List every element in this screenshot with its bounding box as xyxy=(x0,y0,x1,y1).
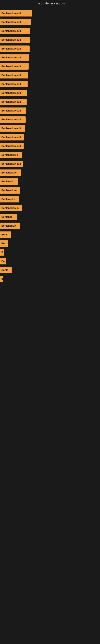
bar-label: Bottleneck result xyxy=(1,38,21,41)
bar-row: Bottleneck result xyxy=(0,53,100,62)
bottleneck-bar[interactable]: Bottleneck result xyxy=(0,10,32,16)
bar-label: Bottleneck result xyxy=(1,92,21,94)
bottleneck-bar[interactable]: Bottleneck xyxy=(0,178,18,185)
bar-label: Bottleneck result xyxy=(1,83,21,86)
bottleneck-bar[interactable]: Bottleneck result xyxy=(0,160,23,167)
bottleneck-bar[interactable]: Bottleneck result xyxy=(0,54,29,61)
bar-row: Bottleneck re xyxy=(0,186,100,195)
bar-label: Bottleneck result xyxy=(1,12,21,15)
bar-label: Bottleneck result xyxy=(1,74,21,77)
bottleneck-bar[interactable]: Bottleneck result xyxy=(0,143,24,149)
bar-label: Bottleneck result xyxy=(1,30,21,32)
bar-row: Bottleneck result xyxy=(0,98,100,106)
bar-label: Bottleneck result xyxy=(1,109,21,112)
bar-row xyxy=(0,301,100,310)
bottleneck-bar[interactable]: Bottleneck r xyxy=(0,196,19,202)
bottleneck-bar[interactable]: Bottleneck res xyxy=(0,152,22,158)
bottleneck-bar[interactable]: Bottl xyxy=(0,232,11,238)
bar-label: Bottleneck result xyxy=(1,65,21,68)
bar-label: Bottleneck re xyxy=(1,189,17,192)
bar-row: Bottleneck re xyxy=(0,222,100,230)
bar-label: Bottleneck result xyxy=(1,21,21,24)
bar-row: B xyxy=(0,248,100,257)
bar-row: Bottleneck result xyxy=(0,88,100,98)
bottleneck-bar[interactable]: Bottleneck result xyxy=(0,116,26,123)
bar-row: Bottleneck result xyxy=(0,115,100,124)
bar-row: Bottleneck result xyxy=(0,80,100,88)
bar-row xyxy=(0,292,100,301)
bottleneck-bar[interactable]: B xyxy=(0,249,4,256)
site-title: TheBottlenecker.com xyxy=(0,0,100,7)
bar-row: Bottle xyxy=(0,266,100,274)
bar-row: Bottleneck result xyxy=(0,44,100,53)
bar-row: Bottleneck result xyxy=(0,133,100,142)
bar-row: Bottleneck res xyxy=(0,150,100,160)
bar-row: Bottleneck re xyxy=(0,168,100,177)
bar-row: Bot xyxy=(0,239,100,248)
bar-row: Bottleneck result xyxy=(0,160,100,168)
bar-row: Bottl xyxy=(0,230,100,239)
bottleneck-bar[interactable]: Bottleneck result xyxy=(0,125,25,132)
bar-label: Bottleneck re xyxy=(1,224,17,227)
bar-label: Bot xyxy=(1,242,5,245)
bar-row: Bo xyxy=(0,257,100,266)
bottleneck-bar[interactable]: Bottleneck re xyxy=(0,222,20,229)
bar-row: Bottleneck resu xyxy=(0,204,100,212)
bottleneck-bar[interactable]: Bo xyxy=(0,258,6,264)
bar-label: Bottleneck result xyxy=(1,145,21,148)
bar-row: Bottleneck result xyxy=(0,142,100,150)
bottleneck-bar[interactable]: Bottleneck result xyxy=(0,90,27,96)
bar-label: Bottleneck result xyxy=(1,162,21,165)
bar-row: n xyxy=(0,274,100,283)
bottleneck-bar[interactable]: Bottleneck result xyxy=(0,98,27,105)
bar-label: B xyxy=(1,251,3,254)
bar-row xyxy=(0,319,100,328)
bar-label: Bottleneck result xyxy=(1,127,21,130)
bottleneck-bar[interactable]: Bottleneck resu xyxy=(0,205,22,211)
bar-label: Bottleneck re xyxy=(1,171,17,174)
bar-row: Bottleneck result xyxy=(0,106,100,115)
bottleneck-bar[interactable]: Bottleneck re xyxy=(0,170,21,176)
bar-row: Bottleneck result xyxy=(0,124,100,133)
bottleneck-bar[interactable]: Bot xyxy=(0,240,8,247)
bottleneck-bar[interactable]: Bottle xyxy=(0,267,12,273)
bottleneck-bar[interactable]: Bottlenec xyxy=(0,214,17,220)
bottleneck-bar[interactable]: Bottleneck result xyxy=(0,63,29,70)
bottleneck-bar[interactable]: Bottleneck result xyxy=(0,134,24,140)
bar-row: Bottleneck result xyxy=(0,9,100,18)
bar-label: Bottleneck result xyxy=(1,118,21,121)
bottleneck-bar[interactable]: Bottleneck result xyxy=(0,46,30,52)
bottleneck-bar[interactable]: Bottleneck result xyxy=(0,108,26,114)
bar-label: Bottleneck result xyxy=(1,47,21,50)
bottleneck-bar[interactable]: n xyxy=(0,276,3,282)
bar-label: Bottleneck result xyxy=(1,56,21,59)
bar-label: Bottleneck res xyxy=(1,154,18,156)
bar-label: Bottleneck result xyxy=(1,136,21,139)
bottleneck-bar[interactable]: Bottleneck result xyxy=(0,72,28,78)
bar-label: n xyxy=(1,278,3,280)
bottleneck-bar[interactable]: Bottleneck result xyxy=(0,37,30,43)
bar-row: Bottleneck result xyxy=(0,18,100,26)
bar-row xyxy=(0,283,100,292)
bar-row: Bottleneck result xyxy=(0,62,100,71)
bar-label: Bottleneck result xyxy=(1,100,21,103)
bar-label: Bottleneck resu xyxy=(1,207,19,210)
bar-row: Bottleneck result xyxy=(0,26,100,36)
bar-label: Bottlenec xyxy=(1,216,12,218)
bar-label: Bottle xyxy=(1,269,8,272)
bottleneck-bar[interactable]: Bottleneck re xyxy=(0,187,20,194)
bars-container: Bottleneck resultBottleneck resultBottle… xyxy=(0,7,100,330)
bar-label: Bottl xyxy=(1,233,7,236)
bar-row: Bottleneck xyxy=(0,177,100,186)
bottleneck-bar[interactable]: Bottleneck result xyxy=(0,28,30,34)
bottleneck-bar[interactable]: Bottleneck result xyxy=(0,81,28,87)
bar-row: Bottleneck r xyxy=(0,195,100,204)
bar-label: Bottleneck xyxy=(1,180,14,183)
bar-row: Bottleneck result xyxy=(0,36,100,44)
bar-row: Bottleneck result xyxy=(0,71,100,80)
bar-row xyxy=(0,310,100,319)
bar-label: Bottleneck r xyxy=(1,198,15,201)
bar-row: Bottlenec xyxy=(0,212,100,222)
bottleneck-bar[interactable]: Bottleneck result xyxy=(0,19,31,25)
bar-label: Bo xyxy=(1,260,4,263)
